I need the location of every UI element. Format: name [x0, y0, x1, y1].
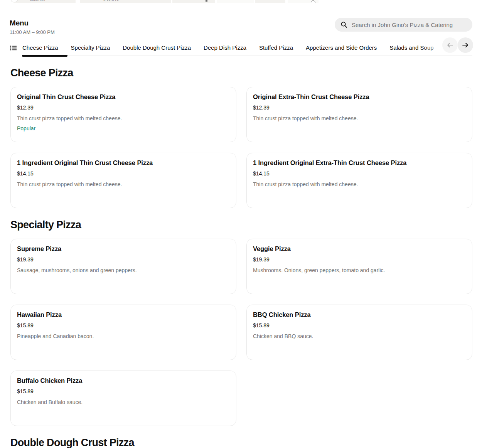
opening-hours: 11:00 AM – 9:00 PM	[10, 29, 55, 35]
item-price: $14.15	[17, 170, 230, 177]
section-title: Specialty Pizza	[10, 219, 472, 231]
arrow-right-icon	[462, 42, 469, 49]
section-title: Double Dough Crust Pizza	[10, 437, 472, 448]
menu-item-card[interactable]: Buffalo Chicken Pizza $15.89 Chicken and…	[10, 371, 236, 426]
item-name: BBQ Chicken Pizza	[253, 311, 466, 318]
search-input[interactable]	[351, 21, 467, 29]
section-specialty-pizza: Specialty Pizza Supreme Pizza $19.39 Sau…	[10, 219, 472, 426]
item-price: $19.39	[253, 256, 466, 263]
menu-item-card[interactable]: Original Thin Crust Cheese Pizza $12.39 …	[10, 87, 236, 142]
tab-cheese-pizza[interactable]: Cheese Pizza	[22, 44, 58, 51]
item-description: Thin crust pizza topped with melted chee…	[17, 181, 230, 187]
map-road-fragment	[0, 3, 482, 3]
item-price: $15.89	[17, 322, 230, 328]
search-bar[interactable]	[335, 18, 472, 32]
category-tabbar: Cheese Pizza Specialty Pizza Double Doug…	[0, 37, 482, 58]
item-name: 1 Ingredient Original Thin Crust Cheese …	[17, 159, 230, 167]
tab-deep-dish-pizza[interactable]: Deep Dish Pizza	[204, 44, 246, 51]
scroll-tabs-left-button[interactable]	[442, 37, 458, 53]
menu-content: Cheese Pizza Original Thin Crust Cheese …	[10, 58, 472, 448]
item-price: $12.39	[253, 104, 466, 111]
item-grid: Supreme Pizza $19.39 Sausage, mushrooms,…	[10, 239, 472, 426]
menu-item-card[interactable]: 1 Ingredient Original Thin Crust Cheese …	[10, 153, 236, 208]
item-price: $12.39	[17, 104, 230, 111]
item-name: Original Thin Crust Cheese Pizza	[17, 93, 230, 101]
item-price: $15.89	[253, 322, 466, 328]
item-name: Original Extra-Thin Crust Cheese Pizza	[253, 93, 466, 101]
menu-item-card[interactable]: Supreme Pizza $19.39 Sausage, mushrooms,…	[10, 239, 236, 294]
menu-item-card[interactable]: Hawaiian Pizza $15.89 Pineapple and Cana…	[10, 305, 236, 360]
item-description: Sausage, mushrooms, onions and green pep…	[17, 267, 230, 273]
street-label: CHESTNUT	[30, 0, 46, 1]
menu-item-card[interactable]: 1 Ingredient Original Extra-Thin Crust C…	[246, 153, 472, 208]
divider-fragment	[319, 1, 482, 1]
item-description: Pineapple and Canadian bacon.	[17, 333, 230, 339]
item-name: Veggie Pizza	[253, 245, 466, 253]
street-label: W 83TH PL	[103, 0, 119, 1]
item-price: $19.39	[17, 256, 230, 263]
menu-list-icon[interactable]	[10, 45, 17, 51]
item-name: Buffalo Chicken Pizza	[17, 377, 230, 384]
tab-double-dough-crust-pizza[interactable]: Double Dough Crust Pizza	[123, 44, 191, 51]
menu-header: Menu 11:00 AM – 9:00 PM	[10, 18, 472, 35]
page-title: Menu	[10, 19, 55, 27]
menu-title-block: Menu 11:00 AM – 9:00 PM	[10, 18, 55, 35]
section-cheese-pizza: Cheese Pizza Original Thin Crust Cheese …	[10, 67, 472, 208]
item-description: Chicken and BBQ sauce.	[253, 333, 466, 339]
section-double-dough-crust-pizza: Double Dough Crust Pizza	[10, 437, 472, 448]
item-name: Hawaiian Pizza	[17, 311, 230, 318]
item-description: Mushrooms. Onions, green peppers, tomato…	[253, 267, 466, 273]
item-price: $15.89	[17, 388, 230, 394]
item-description: Thin crust pizza topped with melted chee…	[253, 115, 466, 121]
item-name: 1 Ingredient Original Extra-Thin Crust C…	[253, 159, 466, 167]
map-marker-fragment	[206, 0, 207, 2]
item-name: Supreme Pizza	[17, 245, 230, 253]
popular-badge: Popular	[17, 125, 230, 131]
item-price: $14.15	[253, 170, 466, 177]
menu-item-card[interactable]: Veggie Pizza $19.39 Mushrooms. Onions, g…	[246, 239, 472, 294]
item-grid: Original Thin Crust Cheese Pizza $12.39 …	[10, 87, 472, 208]
tab-specialty-pizza[interactable]: Specialty Pizza	[71, 44, 110, 51]
search-icon	[340, 21, 347, 28]
item-description: Thin crust pizza topped with melted chee…	[253, 181, 466, 187]
section-title: Cheese Pizza	[10, 67, 472, 79]
scroll-tabs-right-button[interactable]	[458, 37, 473, 53]
menu-item-card[interactable]: BBQ Chicken Pizza $15.89 Chicken and BBQ…	[246, 305, 472, 360]
item-description: Chicken and Buffalo sauce.	[17, 399, 230, 405]
map-header-remnant: CHESTNUT W 83TH PL	[0, 0, 482, 3]
tab-appetizers-and-side-orders[interactable]: Appetizers and Side Orders	[306, 44, 377, 51]
tab-stuffed-pizza[interactable]: Stuffed Pizza	[259, 44, 293, 51]
item-description: Thin crust pizza topped with melted chee…	[17, 115, 230, 121]
menu-item-card[interactable]: Original Extra-Thin Crust Cheese Pizza $…	[246, 87, 472, 142]
arrow-left-icon	[447, 42, 453, 49]
category-tabs: Cheese Pizza Specialty Pizza Double Doug…	[22, 44, 482, 51]
